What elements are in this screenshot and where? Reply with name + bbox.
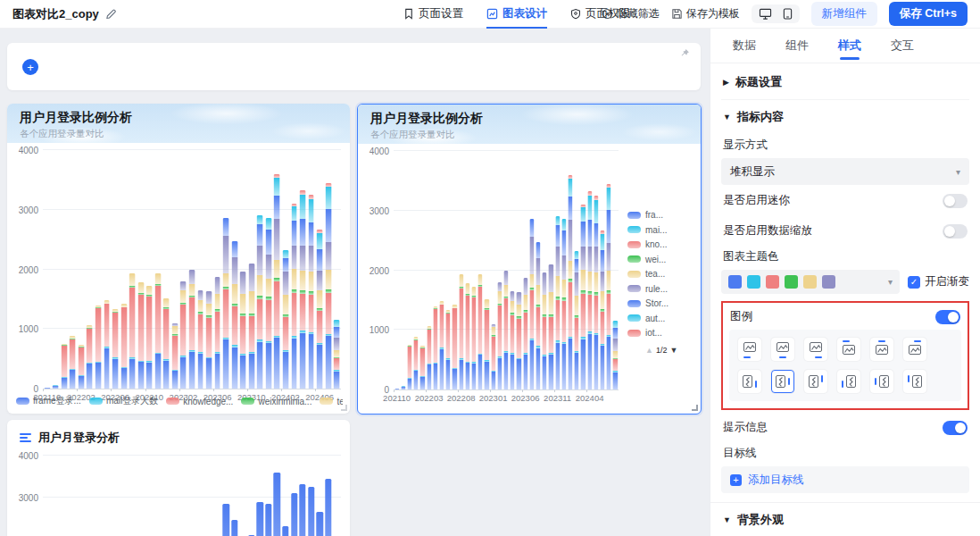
stacked-bar-202205[interactable]	[104, 300, 110, 389]
stacked-bar-202406[interactable]	[600, 230, 604, 389]
legend-position-right-top[interactable]	[804, 370, 827, 393]
stacked-bar-202402[interactable]	[575, 251, 579, 389]
stacked-bar-202312[interactable]	[265, 218, 271, 389]
topbar-tab-页面设置[interactable]: 页面设置	[403, 0, 463, 29]
resize-handle[interactable]	[341, 405, 347, 411]
stacked-bar-202310[interactable]	[549, 264, 553, 389]
resize-handle[interactable]	[692, 405, 698, 411]
panel-tab-交互[interactable]: 交互	[891, 29, 914, 63]
stacked-bar-202303[interactable]	[503, 271, 508, 390]
panel-tab-样式[interactable]: 样式	[838, 29, 861, 63]
pin-icon[interactable]	[680, 48, 690, 58]
chart-card-stacked-right-selected[interactable]: 用户月登录比例分析 各个应用登录量对比 01000200030004000202…	[357, 104, 702, 415]
stacked-bar-202311[interactable]	[555, 216, 560, 389]
stacked-bar-202403[interactable]	[291, 204, 297, 389]
gradient-checkbox[interactable]: ✓	[908, 276, 920, 289]
stacked-bar-202201[interactable]	[70, 336, 76, 389]
stacked-bar-202207[interactable]	[120, 304, 127, 389]
stacked-bar-202212[interactable]	[163, 298, 170, 389]
bar-202407[interactable]	[325, 479, 331, 536]
stacked-bar-202112[interactable]	[61, 344, 67, 389]
stacked-bar-202304[interactable]	[511, 291, 515, 389]
stacked-bar-202203[interactable]	[87, 325, 93, 389]
stacked-bar-202309[interactable]	[543, 272, 547, 389]
stacked-bar-202205[interactable]	[439, 301, 444, 389]
stacked-bar-202404[interactable]	[300, 190, 306, 389]
stacked-bar-202306[interactable]	[214, 277, 220, 389]
legend-item[interactable]: kno...	[627, 239, 697, 249]
stacked-bar-202310[interactable]	[248, 264, 254, 389]
stacked-bar-202304[interactable]	[197, 290, 203, 389]
tooltip-toggle[interactable]	[943, 421, 968, 435]
mini-toggle[interactable]	[943, 194, 968, 208]
stacked-bar-202204[interactable]	[433, 306, 437, 389]
stacked-bar-202301[interactable]	[491, 324, 495, 389]
bar-202402[interactable]	[282, 526, 288, 536]
bar-202308[interactable]	[231, 520, 237, 536]
legend-toggle[interactable]	[935, 310, 960, 324]
add-filter-button[interactable]: +	[22, 59, 38, 75]
stacked-bar-202202[interactable]	[420, 346, 425, 389]
stacked-bar-202309[interactable]	[240, 272, 246, 389]
panel-tab-组件[interactable]: 组件	[785, 29, 809, 63]
stacked-bar-202405[interactable]	[594, 196, 598, 389]
stacked-bar-202305[interactable]	[206, 291, 212, 389]
stacked-bar-202311[interactable]	[257, 215, 263, 389]
bar-202405[interactable]	[308, 487, 314, 536]
legend-position-left-bottom[interactable]	[837, 370, 860, 393]
bar-202401[interactable]	[274, 473, 280, 536]
legend-item[interactable]: aut...	[627, 314, 697, 323]
chart-card-bar-bottom[interactable]: 用户月登录分析 01000200030004000	[7, 420, 350, 536]
stacked-bar-202312[interactable]	[561, 219, 566, 389]
section-background[interactable]: ▼ 背景外观	[721, 503, 969, 536]
stacked-bar-202111[interactable]	[401, 386, 405, 389]
add-target-line-button[interactable]: + 添加目标线	[721, 466, 969, 493]
stacked-bar-202201[interactable]	[414, 337, 419, 389]
stacked-bar-202305[interactable]	[517, 292, 521, 389]
legend-item[interactable]: weixinminia...	[241, 397, 311, 406]
stacked-bar-202306[interactable]	[523, 278, 527, 389]
bar-202307[interactable]	[222, 504, 228, 536]
stacked-bar-202202[interactable]	[79, 345, 85, 389]
stacked-bar-202206[interactable]	[112, 309, 119, 389]
stacked-bar-202401[interactable]	[568, 175, 572, 389]
datazoom-toggle[interactable]	[943, 224, 968, 239]
legend-position-bottom-right[interactable]	[804, 338, 827, 361]
legend-item[interactable]: wei...	[627, 255, 697, 264]
legend-position-top-left[interactable]	[837, 338, 860, 361]
stacked-bar-202207[interactable]	[453, 305, 457, 389]
stacked-bar-202208[interactable]	[459, 274, 463, 389]
mobile-preview-icon[interactable]	[783, 8, 793, 20]
stacked-bar-202405[interactable]	[308, 195, 314, 389]
stacked-bar-202408[interactable]	[613, 321, 618, 389]
stacked-bar-202407[interactable]	[325, 183, 331, 389]
legend-item[interactable]: frame登录...	[16, 395, 81, 407]
stacked-bar-202402[interactable]	[283, 250, 289, 389]
theme-color-select[interactable]: ▾	[721, 270, 900, 294]
stacked-bar-202307[interactable]	[223, 218, 229, 389]
stacked-bar-202301[interactable]	[171, 323, 178, 389]
stacked-bar-202206[interactable]	[446, 310, 451, 389]
stacked-bar-202212[interactable]	[485, 299, 489, 389]
stacked-bar-202403[interactable]	[581, 205, 586, 389]
legend-item[interactable]: iot...	[627, 328, 697, 338]
legend-item[interactable]: team...	[320, 397, 343, 406]
legend-item[interactable]: knowledge...	[166, 397, 233, 406]
bar-202406[interactable]	[316, 512, 322, 536]
legend-position-left-center[interactable]	[870, 370, 893, 393]
stacked-bar-202407[interactable]	[607, 184, 611, 389]
stacked-bar-202302[interactable]	[497, 282, 502, 389]
legend-item[interactable]: fra...	[627, 210, 697, 220]
stacked-bar-202307[interactable]	[529, 219, 534, 389]
chart-card-stacked-left[interactable]: 用户月登录比例分析 各个应用登录量对比 01000200030004000202…	[7, 104, 350, 414]
stacked-bar-202210[interactable]	[471, 287, 476, 389]
topbar-tab-页面权限[interactable]: 页面权限	[570, 0, 630, 29]
stacked-bar-202211[interactable]	[154, 273, 161, 389]
section-metric-content[interactable]: ▼ 指标内容	[721, 100, 969, 134]
stacked-bar-202406[interactable]	[317, 230, 323, 389]
legend-item[interactable]: mai...	[627, 225, 697, 235]
stacked-bar-202401[interactable]	[274, 174, 280, 389]
legend-item[interactable]: tea...	[627, 269, 697, 279]
stacked-bar-202302[interactable]	[180, 281, 187, 389]
legend-item[interactable]: rule...	[627, 284, 697, 294]
